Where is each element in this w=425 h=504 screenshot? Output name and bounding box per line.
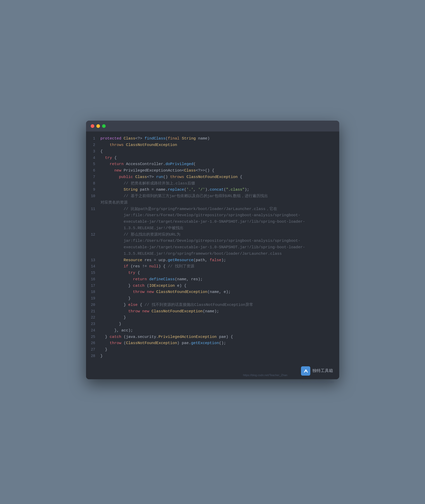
line-code: // 比如path是org/springframework/boot/loade…: [101, 206, 333, 232]
line-number: 26: [86, 340, 95, 347]
code-line-23: 23 }: [86, 321, 339, 328]
line-code: }: [101, 321, 333, 328]
code-line-24: 24 }, acc);: [86, 328, 339, 334]
line-number: 23: [86, 321, 95, 328]
line-code: } catch (java.security.PrivilegedActionE…: [101, 334, 333, 340]
code-line-20: 20 } else { // 找不到资源的话直接抛出ClassNotFoundE…: [86, 302, 339, 308]
code-line-2: 2 throws ClassNotFoundException: [86, 142, 339, 149]
code-line-27: 27 }: [86, 347, 339, 353]
maximize-button[interactable]: [102, 124, 106, 128]
code-line-12: 12 // 那么找出的资源对应的URL为 jar:file:/Users/For…: [86, 232, 339, 257]
line-code: return AccessController.doPrivileged(: [101, 161, 333, 168]
line-code: }: [101, 347, 333, 353]
line-code: throw new ClassNotFoundException(name, e…: [101, 289, 333, 296]
line-number: 28: [86, 353, 95, 360]
line-number: 8: [86, 181, 95, 187]
line-number: 1: [86, 136, 95, 142]
line-code: if (res != null) { // 找到了资源: [101, 263, 333, 270]
code-line-1: 1 protected Class<?> findClass(final Str…: [86, 136, 339, 142]
line-code: {: [101, 149, 333, 155]
code-line-15: 15 try {: [86, 270, 339, 276]
titlebar: [86, 121, 339, 131]
line-number: 3: [86, 149, 95, 155]
logo-area: 独特工具箱: [301, 366, 333, 376]
line-number: 13: [86, 257, 95, 264]
code-line-6: 6 new PrivilegedExceptionAction<Class<?>…: [86, 168, 339, 174]
code-line-17: 17 } catch (IOException e) {: [86, 283, 339, 289]
line-code: } else { // 找不到资源的话直接抛出ClassNotFoundExce…: [101, 302, 333, 308]
code-line-14: 14 if (res != null) { // 找到了资源: [86, 263, 339, 270]
code-line-22: 22 }: [86, 315, 339, 321]
line-number: 19: [86, 296, 95, 302]
line-code: Resource res = ucp.getResource(path, fal…: [101, 257, 333, 264]
line-code: // 基于之前得到的第三方jar包依赖以及自己的jar包得到URL数组，进行遍历…: [101, 193, 333, 206]
line-code: }: [101, 315, 333, 321]
minimize-button[interactable]: [96, 124, 100, 128]
line-code: try {: [101, 270, 333, 276]
line-code: // 那么找出的资源对应的URL为 jar:file:/Users/Format…: [101, 232, 333, 257]
code-window: 1 protected Class<?> findClass(final Str…: [86, 121, 339, 379]
code-line-10: 10 // 基于之前得到的第三方jar包依赖以及自己的jar包得到URL数组，进…: [86, 193, 339, 206]
line-code: try {: [101, 155, 333, 161]
line-number: 27: [86, 347, 95, 353]
line-number: 16: [86, 276, 95, 283]
line-number: 9: [86, 187, 95, 193]
code-line-8: 8 // 把类名解析成路径并加上.class后缀: [86, 181, 339, 187]
line-number: 20: [86, 302, 95, 308]
code-line-18: 18 throw new ClassNotFoundException(name…: [86, 289, 339, 296]
bottom-url: https://blog.csdn.net/Teacher_Zhan: [86, 380, 339, 383]
line-number: 10: [86, 193, 95, 199]
line-code: // 把类名解析成路径并加上.class后缀: [101, 181, 333, 187]
line-code: String path = name.replace('.', '/').con…: [101, 187, 333, 193]
code-line-25: 25 } catch (java.security.PrivilegedActi…: [86, 334, 339, 340]
line-number: 12: [86, 232, 95, 238]
logo-label: 独特工具箱: [312, 368, 333, 374]
code-line-7: 7 public Class<?> run() throws ClassNotF…: [86, 174, 339, 181]
line-number: 11: [86, 206, 95, 212]
line-number: 18: [86, 289, 95, 296]
code-line-3: 3 {: [86, 149, 339, 155]
code-line-4: 4 try {: [86, 155, 339, 161]
code-line-21: 21 throw new ClassNotFoundException(name…: [86, 308, 339, 315]
line-code: throw new ClassNotFoundException(name);: [101, 308, 333, 315]
line-code: public Class<?> run() throws ClassNotFou…: [101, 174, 333, 181]
line-number: 7: [86, 174, 95, 181]
line-number: 15: [86, 270, 95, 276]
code-line-13: 13 Resource res = ucp.getResource(path, …: [86, 257, 339, 264]
line-number: 14: [86, 263, 95, 270]
line-number: 5: [86, 161, 95, 168]
code-editor: 1 protected Class<?> findClass(final Str…: [86, 131, 339, 363]
line-code: }: [101, 353, 333, 360]
code-line-11: 11 // 比如path是org/springframework/boot/lo…: [86, 206, 339, 232]
line-number: 21: [86, 308, 95, 315]
line-code: new PrivilegedExceptionAction<Class<?>>(…: [101, 168, 333, 174]
code-line-28: 28 }: [86, 353, 339, 360]
line-code: throws ClassNotFoundException: [101, 142, 333, 149]
url-text: https://blog.csdn.net/Teacher_Zhan: [243, 374, 288, 377]
line-number: 6: [86, 168, 95, 174]
line-code: }, acc);: [101, 328, 333, 334]
line-number: 4: [86, 155, 95, 161]
line-number: 22: [86, 315, 95, 321]
code-line-9: 9 String path = name.replace('.', '/').c…: [86, 187, 339, 193]
line-code: return defineClass(name, res);: [101, 276, 333, 283]
line-number: 17: [86, 283, 95, 289]
footer: https://blog.csdn.net/Teacher_Zhan 独特工具箱: [86, 364, 339, 379]
code-line-5: 5 return AccessController.doPrivileged(: [86, 161, 339, 168]
line-number: 2: [86, 142, 95, 149]
line-code: protected Class<?> findClass(final Strin…: [101, 136, 333, 142]
line-number: 24: [86, 328, 95, 334]
line-code: throw (ClassNotFoundException) pae.getEx…: [101, 340, 333, 347]
line-number: 25: [86, 334, 95, 340]
logo-icon: [301, 366, 310, 376]
code-line-26: 26 throw (ClassNotFoundException) pae.ge…: [86, 340, 339, 347]
line-code: }: [101, 296, 333, 302]
code-line-16: 16 return defineClass(name, res);: [86, 276, 339, 283]
close-button[interactable]: [91, 124, 94, 128]
line-code: } catch (IOException e) {: [101, 283, 333, 289]
code-line-19: 19 }: [86, 296, 339, 302]
